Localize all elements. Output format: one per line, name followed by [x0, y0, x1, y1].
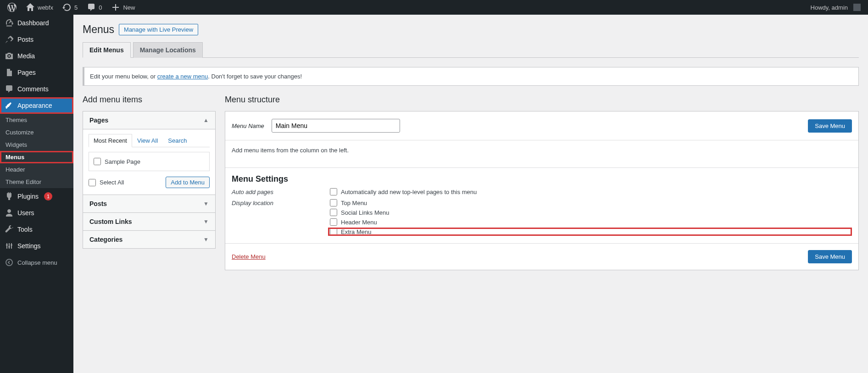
appearance-submenu: Themes Customize Widgets Menus Header Th…: [0, 114, 73, 188]
acc-custom-links-label: Custom Links: [89, 218, 132, 225]
select-all-label: Select All: [100, 179, 124, 186]
avatar: [853, 4, 861, 11]
sidebar-item-dashboard[interactable]: Dashboard: [0, 15, 73, 31]
menu-name-label: Menu Name: [232, 122, 264, 129]
display-location-label: Display location: [232, 199, 323, 206]
location-top[interactable]: Top Menu: [328, 199, 852, 207]
tab-manage-locations[interactable]: Manage Locations: [133, 42, 203, 58]
submenu-menus[interactable]: Menus: [0, 151, 73, 163]
auto-add-text: Automatically add new top-level pages to…: [341, 189, 477, 195]
nav-tabs: Edit Menus Manage Locations: [83, 42, 859, 58]
location-top-text: Top Menu: [341, 200, 367, 206]
pages-tab-view-all[interactable]: View All: [132, 134, 163, 147]
sidebar-item-users[interactable]: Users: [0, 205, 73, 221]
updates-link[interactable]: 5: [59, 0, 81, 15]
chevron-down-icon: ▼: [203, 218, 209, 225]
sidebar-item-settings[interactable]: Settings: [0, 238, 73, 254]
submenu-header[interactable]: Header: [0, 163, 73, 176]
sidebar-item-pages[interactable]: Pages: [0, 64, 73, 81]
acc-categories-header[interactable]: Categories ▼: [83, 230, 215, 248]
submenu-customize[interactable]: Customize: [0, 126, 73, 139]
media-icon: [5, 51, 14, 61]
acc-posts-label: Posts: [89, 200, 107, 207]
comments-count: 0: [99, 4, 102, 11]
admin-bar: webfx 5 0 New Howdy, admin: [0, 0, 868, 15]
chevron-up-icon: ▲: [203, 117, 209, 123]
acc-pages-header[interactable]: Pages ▲: [83, 111, 215, 129]
wp-logo[interactable]: [4, 0, 20, 15]
collapse-menu[interactable]: Collapse menu: [0, 254, 73, 271]
comment-icon: [5, 84, 14, 94]
sidebar-item-plugins[interactable]: Plugins 1: [0, 188, 73, 205]
sidebar-label: Tools: [17, 226, 33, 233]
create-menu-link[interactable]: create a new menu: [157, 73, 208, 80]
live-preview-button[interactable]: Manage with Live Preview: [119, 24, 198, 35]
location-extra[interactable]: Extra Menu: [328, 228, 852, 236]
submenu-theme-editor[interactable]: Theme Editor: [0, 176, 73, 188]
auto-add-label: Auto add pages: [232, 188, 323, 195]
sliders-icon: [5, 241, 14, 251]
select-all-row[interactable]: Select All: [89, 177, 124, 188]
acc-custom-links-header[interactable]: Custom Links ▼: [83, 212, 215, 230]
location-header-checkbox[interactable]: [330, 218, 337, 226]
sidebar-label: Pages: [17, 69, 36, 76]
collapse-label: Collapse menu: [17, 259, 57, 266]
sidebar-item-appearance[interactable]: Appearance: [0, 97, 73, 114]
acc-categories-label: Categories: [89, 236, 122, 243]
site-name: webfx: [38, 4, 53, 11]
location-social-text: Social Links Menu: [341, 209, 389, 216]
comments-link[interactable]: 0: [83, 0, 106, 15]
plugins-badge: 1: [44, 192, 52, 200]
menu-name-input[interactable]: [272, 119, 400, 133]
location-social[interactable]: Social Links Menu: [328, 208, 852, 217]
location-header-text: Header Menu: [341, 219, 377, 226]
save-menu-button-bottom[interactable]: Save Menu: [808, 250, 852, 263]
pages-tab-search[interactable]: Search: [163, 134, 192, 147]
page-title: Menus: [83, 23, 114, 36]
delete-menu-link[interactable]: Delete Menu: [232, 253, 266, 260]
new-content[interactable]: New: [107, 0, 139, 15]
wrench-icon: [5, 225, 14, 234]
chevron-down-icon: ▼: [203, 200, 209, 207]
sidebar-label: Posts: [17, 36, 33, 43]
page-item-sample[interactable]: Sample Page: [94, 156, 205, 167]
select-all-checkbox[interactable]: [89, 179, 96, 186]
acc-posts-header[interactable]: Posts ▼: [83, 195, 215, 212]
site-link[interactable]: webfx: [22, 0, 57, 15]
acc-pages-label: Pages: [89, 117, 108, 124]
auto-add-checkbox[interactable]: [330, 188, 337, 195]
tab-edit-menus[interactable]: Edit Menus: [83, 42, 131, 58]
location-social-checkbox[interactable]: [330, 209, 337, 216]
account-link[interactable]: Howdy, admin: [807, 0, 864, 15]
sidebar-item-tools[interactable]: Tools: [0, 221, 73, 238]
sidebar-label: Users: [17, 209, 34, 217]
sidebar-label: Plugins: [17, 193, 39, 200]
location-top-checkbox[interactable]: [330, 199, 337, 206]
location-header[interactable]: Header Menu: [328, 218, 852, 226]
notice-post: . Don't forget to save your changes!: [208, 73, 302, 80]
submenu-widgets[interactable]: Widgets: [0, 139, 73, 151]
plus-icon: [111, 3, 120, 12]
page-item-checkbox[interactable]: [94, 158, 101, 165]
sidebar-item-posts[interactable]: Posts: [0, 31, 73, 48]
pages-tab-recent[interactable]: Most Recent: [89, 134, 132, 147]
collapse-icon: [5, 258, 14, 267]
edit-notice: Edit your menu below, or create a new me…: [83, 67, 859, 86]
save-menu-button-top[interactable]: Save Menu: [808, 119, 852, 133]
howdy-text: Howdy, admin: [811, 4, 848, 11]
user-icon: [5, 208, 14, 217]
location-extra-checkbox[interactable]: [330, 228, 337, 235]
new-label: New: [123, 4, 135, 11]
submenu-themes[interactable]: Themes: [0, 114, 73, 126]
updates-count: 5: [74, 4, 78, 11]
page-icon: [5, 68, 14, 77]
sidebar-item-media[interactable]: Media: [0, 48, 73, 64]
brush-icon: [5, 101, 14, 110]
add-to-menu-button[interactable]: Add to Menu: [166, 177, 210, 188]
wordpress-icon: [7, 3, 17, 12]
acc-pages-body: Most Recent View All Search Sample Page: [83, 129, 215, 195]
sidebar-label: Settings: [17, 242, 41, 250]
auto-add-option[interactable]: Automatically add new top-level pages to…: [328, 188, 852, 196]
sidebar-item-comments[interactable]: Comments: [0, 81, 73, 97]
add-items-title: Add menu items: [83, 95, 216, 105]
